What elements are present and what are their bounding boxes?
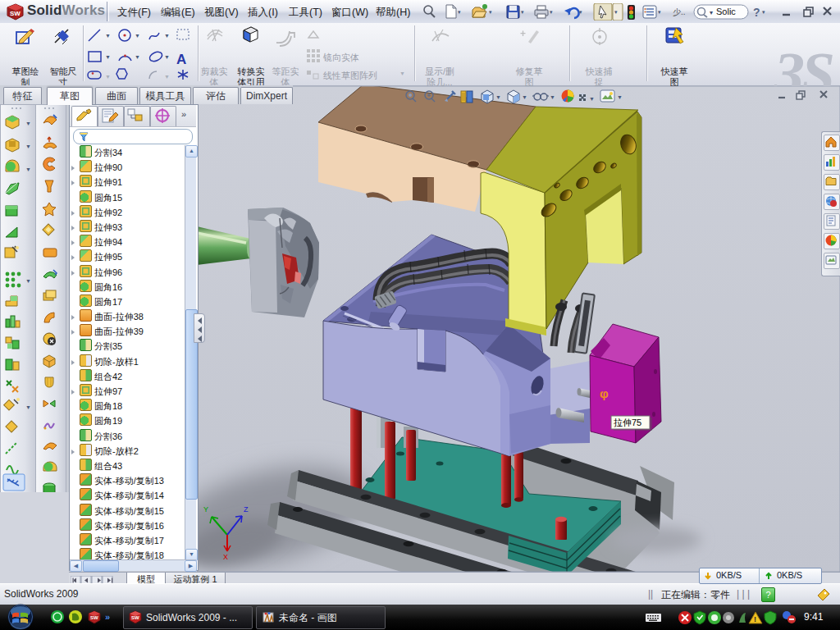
svg-text:▾: ▾ [521,9,524,15]
svg-text:?: ? [753,6,760,19]
svg-text:▾: ▾ [579,9,582,15]
svg-text:▼: ▼ [495,94,501,100]
svg-text:▼: ▼ [589,96,595,102]
svg-text:▾: ▾ [614,9,618,15]
svg-text:φ: φ [600,386,609,400]
svg-text:Solic: Solic [716,7,736,16]
svg-text:▼: ▼ [105,54,111,60]
svg-text:▼: ▼ [25,167,31,172]
svg-text:▼: ▼ [164,54,170,60]
svg-text:!: ! [754,615,756,623]
svg-text:▾: ▾ [489,9,492,15]
svg-text:SW: SW [10,10,21,17]
svg-text:▼: ▼ [25,121,31,126]
svg-text:▼: ▼ [25,404,31,410]
svg-text:▼: ▼ [135,54,140,60]
svg-text:▼: ▼ [105,74,111,80]
svg-text:▾: ▾ [762,9,765,15]
svg-text:▾: ▾ [658,9,661,15]
svg-text:Y: Y [203,505,208,514]
svg-text:▼: ▼ [522,94,527,100]
svg-text:»: » [105,612,110,622]
svg-text:SW: SW [131,615,139,620]
svg-text:▾: ▾ [550,9,553,15]
svg-text:▼: ▼ [105,33,111,39]
svg-text:A: A [176,52,186,67]
svg-text:▼: ▼ [135,33,140,39]
svg-text:▾: ▾ [710,9,713,16]
svg-text:▼: ▼ [25,278,31,284]
svg-text:▼: ▼ [164,74,170,80]
svg-text:▼: ▼ [25,144,31,149]
svg-text:SW: SW [90,615,98,620]
svg-text:▼: ▼ [550,94,555,100]
svg-text:X: X [223,553,228,561]
svg-text:▾: ▾ [458,9,461,15]
svg-text:▼: ▼ [164,33,170,39]
svg-text:少..: 少.. [673,7,686,16]
svg-text:▼: ▼ [617,94,623,100]
svg-text:Z: Z [244,505,249,514]
svg-text:拉伸75: 拉伸75 [614,418,641,427]
svg-text:+: + [520,28,526,39]
